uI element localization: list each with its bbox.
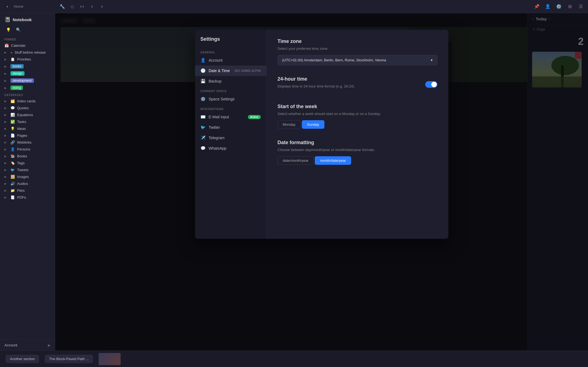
search-icon[interactable]: 🔍 (14, 26, 22, 34)
nav-item-email[interactable]: ✉️ E-Mail input Active (195, 112, 266, 122)
topbar-right: 📌 👤 ⚙️ ⊞ ☰ (533, 3, 585, 10)
sidebar-item-doing[interactable]: ▶ doing (0, 84, 55, 91)
block-paved-card[interactable]: The Block-Paved Path ... (45, 355, 93, 363)
bottom-bar: Another section The Block-Paved Path ... (0, 350, 588, 367)
user-icon[interactable]: 👤 (544, 3, 552, 10)
nav-item-account[interactable]: 👤 Account (195, 55, 266, 65)
sidebar: 📓 Notebook 💡 🔍 PINNED 📅 Calendar ▶ ● Stu… (0, 13, 55, 350)
nav-item-twitter[interactable]: 🐦 Twitter (195, 122, 266, 133)
caret-icon: ▶ (4, 189, 8, 192)
timezone-section: Time zone Select your preferred time zon… (278, 39, 437, 65)
hour24-toggle[interactable] (425, 81, 437, 88)
sidebar-header: 📓 Notebook (0, 13, 55, 25)
tweets-label: Tweets (17, 168, 28, 172)
caret-icon: ▶ (4, 127, 8, 130)
nav-item-whatsapp[interactable]: 💬 WhatsApp (195, 143, 266, 154)
settings-title: Settings (195, 36, 266, 48)
date-format-buttons: date/month/year month/date/year (278, 156, 437, 165)
databases-label: DATABASES (0, 91, 55, 98)
timezone-dropdown[interactable]: (UTC+01:00) Amsterdam, Berlin, Bern, Rom… (278, 55, 437, 65)
week-start-desc: Select whether a week should start on a … (278, 112, 437, 116)
home-label[interactable]: Home (14, 4, 23, 9)
images-label: Images (17, 175, 29, 179)
mdy-button[interactable]: month/date/year (315, 156, 351, 165)
hour24-desc: Displays time in 24-hour time format (e.… (278, 84, 355, 88)
nav-item-space-settings[interactable]: ⚙️ Space Settings (195, 94, 266, 104)
sidebar-item-stuff[interactable]: ▶ ● Stuff before release (0, 49, 55, 56)
caret-icon: ▶ (4, 196, 8, 199)
files-icon: 📁 (10, 188, 15, 193)
sidebar-item-index-cards[interactable]: ▶ 🗂️ Index cards (0, 98, 55, 105)
settings-icon[interactable]: ⚙️ (555, 3, 563, 10)
pin-icon[interactable]: 📌 (533, 3, 541, 10)
priorities-icon: 📋 (10, 57, 15, 61)
sidebar-item-design[interactable]: ▶ design (0, 70, 55, 77)
equations-label: Equations (17, 113, 33, 117)
sidebar-item-quotes[interactable]: ▶ 💬 Quotes (0, 105, 55, 111)
sidebar-item-pages[interactable]: ▶ 📄 Pages (0, 132, 55, 139)
sidebar-item-tweets[interactable]: ▶ 🐦 Tweets (0, 166, 55, 173)
audios-label: Audios (17, 182, 28, 186)
caret-icon: ▶ (4, 51, 8, 54)
persons-icon: 👤 (10, 147, 15, 151)
sidebar-item-development[interactable]: ▶ development (0, 77, 55, 84)
sidebar-item-ideas[interactable]: ▶ 💡 Ideas (0, 125, 55, 132)
monday-button[interactable]: Monday (278, 120, 301, 129)
caret-icon: ▶ (4, 141, 8, 144)
sidebar-item-weblinks[interactable]: ▶ 🔗 Weblinks (0, 139, 55, 146)
sidebar-item-persons[interactable]: ▶ 👤 Persons (0, 146, 55, 153)
sidebar-item-tasks[interactable]: ▶ ✅ Tasks (0, 118, 55, 125)
priorities-label: Priorities (17, 57, 31, 61)
layout-icon[interactable]: ⊞ (566, 3, 574, 10)
hour24-row: 24-hour time Displays time in 24-hour ti… (278, 76, 437, 93)
menu-icon[interactable]: ☰ (577, 3, 585, 10)
caret-icon: ▶ (4, 134, 8, 137)
settings-modal: Settings GENERAL 👤 Account 🕐 Date & Time… (195, 30, 448, 239)
another-section-card[interactable]: Another section (6, 355, 39, 363)
telegram-icon: ✈️ (200, 135, 206, 140)
toggle-knob (431, 82, 437, 87)
back-home-button[interactable] (3, 3, 11, 10)
files-label: Files (17, 188, 25, 193)
dmy-button[interactable]: date/month/year (278, 156, 314, 165)
email-label: E-Mail input (209, 115, 229, 119)
sunday-button[interactable]: Sunday (302, 120, 324, 129)
sidebar-item-pdfs[interactable]: ▶ 📑 PDFs (0, 194, 55, 201)
index-cards-icon: 🗂️ (10, 99, 15, 103)
diamond-icon[interactable]: ◇ (68, 3, 76, 10)
twitter-icon: 🐦 (200, 125, 206, 130)
date-format-desc: Choose between day/month/year or month/d… (278, 148, 437, 152)
sidebar-item-equations[interactable]: ▶ 📊 Equations (0, 111, 55, 118)
equations-icon: 📊 (10, 113, 15, 117)
expand-icon: ▶ (48, 343, 50, 347)
tools-icon[interactable]: 🔧 (58, 3, 66, 10)
sidebar-item-audios[interactable]: ▶ 🔊 Audios (0, 180, 55, 187)
nav-item-telegram[interactable]: ✈️ Telegram (195, 133, 266, 143)
collapse-icon[interactable] (78, 3, 86, 10)
sidebar-item-books-db[interactable]: ▶ 📚 Books (0, 153, 55, 160)
nav-item-backup[interactable]: 💾 Backup (195, 76, 266, 86)
forward-icon[interactable] (98, 3, 106, 10)
ideas-icon: 💡 (10, 127, 15, 131)
active-badge: Active (248, 115, 261, 119)
week-start-section: Start of the week Select whether a week … (278, 104, 437, 129)
sidebar-item-priorities[interactable]: ▶ 📋 Priorities (0, 56, 55, 63)
sidebar-item-tags[interactable]: ▶ 🏷️ Tags (0, 160, 55, 166)
tags-label: Tags (17, 161, 25, 165)
sidebar-item-calendar[interactable]: 📅 Calendar (0, 42, 55, 49)
pdfs-label: PDFs (17, 195, 26, 199)
integrations-label: INTEGRATIONS (195, 104, 266, 112)
tasks-label: Tasks (17, 120, 26, 124)
nav-item-date-time[interactable]: 🕐 Date & Time DEV, ADMIN, ALPHA (195, 65, 266, 76)
back-icon[interactable] (88, 3, 96, 10)
sidebar-item-books-pinned[interactable]: ▶ books (0, 63, 55, 70)
timezone-value: (UTC+01:00) Amsterdam, Berlin, Bern, Rom… (282, 58, 386, 62)
sidebar-item-files[interactable]: ▶ 📁 Files (0, 187, 55, 194)
sidebar-item-images[interactable]: ▶ 🖼️ Images (0, 173, 55, 180)
images-icon: 🖼️ (10, 175, 15, 179)
index-cards-label: Index cards (17, 99, 36, 103)
caret-icon: ▶ (4, 148, 8, 151)
modal-overlay[interactable]: Settings GENERAL 👤 Account 🕐 Date & Time… (55, 13, 588, 350)
bulb-icon[interactable]: 💡 (4, 26, 12, 34)
account-button[interactable]: Account ▶ (0, 339, 55, 350)
